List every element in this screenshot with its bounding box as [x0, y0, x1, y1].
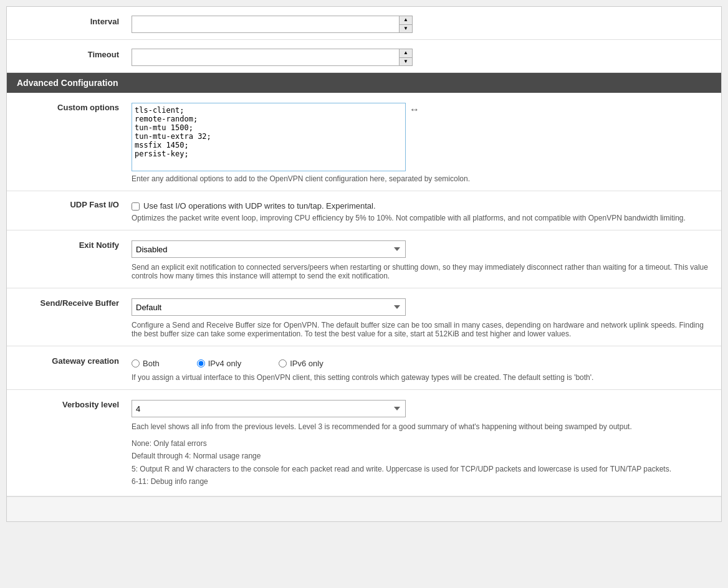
bottom-bar [7, 496, 721, 521]
udp-fast-io-row: UDP Fast I/O Use fast I/O operations wit… [7, 191, 721, 230]
gateway-creation-row: Gateway creation Both IPv4 only IPv6 onl… [7, 346, 721, 390]
udp-fast-io-help: Optimizes the packet write event loop, i… [132, 214, 709, 222]
custom-options-row: Custom options tls-client; remote-random… [7, 93, 721, 191]
interval-spinbox: 10 ▲ ▼ [132, 16, 709, 33]
verbosity-level-label: Verbosity level [19, 397, 132, 409]
custom-options-help: Enter any additional options to add to t… [132, 174, 709, 183]
timeout-label: Timeout [19, 46, 132, 59]
gateway-creation-radio-group: Both IPv4 only IPv6 only [132, 356, 709, 368]
interval-spinner: ▲ ▼ [400, 16, 413, 33]
send-receive-buffer-help: Configure a Send and Receive Buffer size… [132, 321, 709, 338]
verbosity-note-0: None: Only fatal errors [132, 437, 709, 450]
gateway-both-text: Both [143, 359, 160, 368]
gateway-ipv4-label[interactable]: IPv4 only [197, 359, 241, 368]
interval-decrement[interactable]: ▼ [400, 25, 412, 33]
verbosity-note-3: 6-11: Debug info range [132, 475, 709, 488]
advanced-config-header: Advanced Configuration [7, 73, 721, 93]
verbosity-help: Each level shows all info from the previ… [132, 422, 709, 431]
timeout-spinbox: 60 ▲ ▼ [132, 49, 709, 66]
gateway-ipv4-text: IPv4 only [208, 359, 241, 368]
udp-fast-io-label: UDP Fast I/O [19, 199, 132, 209]
exit-notify-row: Exit Notify Disabled Once Twice Send an … [7, 230, 721, 288]
udp-fast-io-checkbox-label: Use fast I/O operations with UDP writes … [143, 201, 376, 211]
gateway-creation-label: Gateway creation [19, 354, 132, 366]
gateway-ipv6-label[interactable]: IPv6 only [279, 359, 323, 368]
send-receive-buffer-select[interactable]: Default 64 KiB 128 KiB 256 KiB 512 KiB 1… [132, 298, 406, 316]
timeout-decrement[interactable]: ▼ [400, 58, 412, 66]
timeout-spinner: ▲ ▼ [400, 49, 413, 66]
gateway-creation-content: Both IPv4 only IPv6 only If you assign a… [132, 354, 709, 382]
send-receive-buffer-row: Send/Receive Buffer Default 64 KiB 128 K… [7, 288, 721, 346]
custom-options-wrapper: tls-client; remote-random; tun-mtu 1500;… [132, 103, 709, 171]
custom-options-content: tls-client; remote-random; tun-mtu 1500;… [132, 100, 709, 183]
send-receive-buffer-content: Default 64 KiB 128 KiB 256 KiB 512 KiB 1… [132, 296, 709, 338]
gateway-both-radio[interactable] [132, 359, 140, 368]
verbosity-level-content: 0 1 2 3 4 5 6 7 8 9 10 11 Each level sho… [132, 397, 709, 488]
verbosity-level-select[interactable]: 0 1 2 3 4 5 6 7 8 9 10 11 [132, 400, 406, 417]
custom-options-textarea[interactable]: tls-client; remote-random; tun-mtu 1500;… [132, 103, 406, 171]
interval-increment[interactable]: ▲ [400, 16, 412, 25]
timeout-row: Timeout 60 ▲ ▼ [7, 40, 721, 73]
verbosity-note-1: Default through 4: Normal usage range [132, 450, 709, 462]
gateway-ipv6-radio[interactable] [279, 359, 287, 368]
exit-notify-help: Send an explicit exit notification to co… [132, 263, 709, 280]
verbosity-level-row: Verbosity level 0 1 2 3 4 5 6 7 8 9 10 1… [7, 390, 721, 496]
gateway-both-label[interactable]: Both [132, 359, 160, 368]
udp-fast-io-content: Use fast I/O operations with UDP writes … [132, 199, 709, 222]
interval-row: Interval 10 ▲ ▼ [7, 7, 721, 40]
send-receive-buffer-label: Send/Receive Buffer [19, 296, 132, 308]
timeout-input[interactable]: 60 [132, 49, 400, 66]
udp-fast-io-checkbox-row: Use fast I/O operations with UDP writes … [132, 201, 709, 211]
interval-content: 10 ▲ ▼ [132, 13, 709, 33]
timeout-content: 60 ▲ ▼ [132, 46, 709, 66]
interval-label: Interval [19, 13, 132, 26]
exit-notify-label: Exit Notify [19, 238, 132, 250]
interval-input[interactable]: 10 [132, 16, 400, 33]
udp-fast-io-checkbox[interactable] [132, 202, 140, 211]
verbosity-note-2: 5: Output R and W characters to the cons… [132, 463, 709, 475]
timeout-increment[interactable]: ▲ [400, 49, 412, 58]
exit-notify-content: Disabled Once Twice Send an explicit exi… [132, 238, 709, 280]
verbosity-notes: None: Only fatal errors Default through … [132, 437, 709, 488]
gateway-creation-help: If you assign a virtual interface to thi… [132, 373, 709, 382]
gateway-ipv4-radio[interactable] [197, 359, 205, 368]
expand-icon[interactable]: ↔ [410, 104, 419, 115]
gateway-ipv6-text: IPv6 only [290, 359, 323, 368]
exit-notify-select[interactable]: Disabled Once Twice [132, 240, 406, 258]
custom-options-label: Custom options [19, 100, 132, 112]
